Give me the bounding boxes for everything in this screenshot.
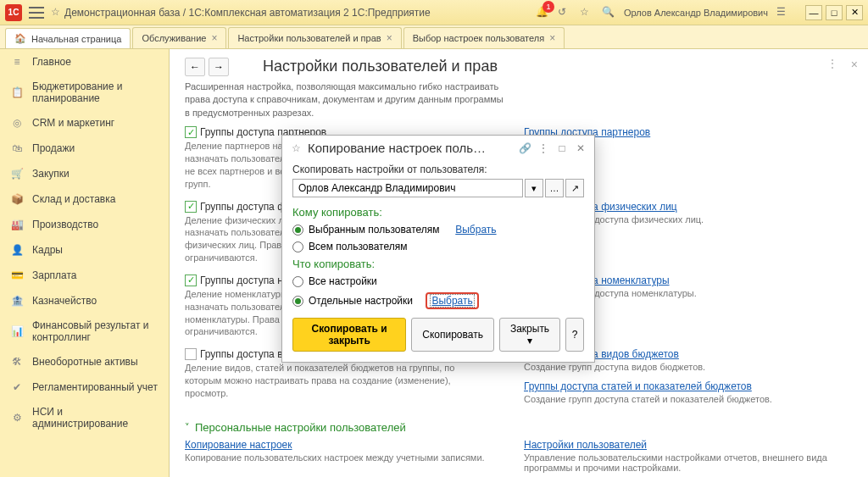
sidebar-item-crm[interactable]: ◎CRM и маркетинг [0,110,169,136]
equalizer-icon[interactable]: ☰ [776,6,790,19]
desc-text: Копирование пользовательских настроек ме… [185,452,490,463]
favorite-icon[interactable]: ☆ [580,6,593,19]
sidebar-item-budgeting[interactable]: 📋Бюджетирование и планирование [0,75,169,110]
minimize-button[interactable]: — [805,5,822,20]
tab-user-settings[interactable]: Настройки пользователей и прав× [228,27,401,48]
sidebar-item-label: Внеоборотные активы [32,356,138,368]
tab-label: Обслуживание [142,33,206,43]
sidebar-item-label: Главное [32,56,71,68]
close-dialog-button[interactable]: Закрыть ▾ [499,318,560,352]
link-user-settings[interactable]: Настройки пользователей [524,439,647,451]
close-icon[interactable]: × [387,32,392,44]
checkbox-individuals[interactable]: ✓ [185,201,197,213]
radio-label: Выбранным пользователям [309,224,440,236]
check-icon: ✔ [10,380,24,394]
sidebar-item-purchases[interactable]: 🛒Закупки [0,161,169,186]
maximize-button[interactable]: □ [826,5,843,20]
sidebar-item-label: Зарплата [32,269,77,281]
radio-all-users[interactable] [292,241,303,252]
sidebar-item-main[interactable]: ≡Главное [0,49,169,75]
chart-icon: 📊 [10,324,24,338]
group-who-title: Кому копировать: [292,206,584,219]
sidebar-item-label: Склад и доставка [32,193,115,205]
radio-specific-settings[interactable] [292,296,303,307]
sidebar-item-label: Регламентированный учет [32,381,158,393]
more-icon[interactable]: ⋮ [827,58,837,69]
sidebar-item-label: Казначейство [32,295,97,307]
search-icon[interactable]: 🔍 [602,6,615,19]
page-desc: Расширенная настройка, позволяющая макси… [185,80,507,119]
desc-text: Создание групп доступа статей и показате… [524,394,853,404]
link-icon[interactable]: 🔗 [518,141,531,155]
tab-home[interactable]: 🏠 Начальная страница [5,28,131,48]
sidebar-item-sales[interactable]: 🛍Продажи [0,136,169,161]
copy-settings-dialog: ☆ Копирование настроек поль… 🔗 ⋮ □ ✕ Ско… [281,135,595,363]
history-icon[interactable]: ↺ [558,6,571,19]
dropdown-button[interactable]: ▾ [525,179,543,197]
close-icon[interactable]: × [211,32,217,44]
person-icon: 👤 [10,243,24,257]
sidebar-item-label: Бюджетирование и планирование [32,80,159,104]
sidebar-item-assets[interactable]: 🛠Внеоборотные активы [0,349,169,374]
from-user-input[interactable] [292,179,523,197]
close-icon[interactable]: ✕ [574,141,587,155]
cart-icon: 🛒 [10,167,24,180]
checkbox-partners[interactable]: ✓ [185,126,197,138]
link-copy-settings[interactable]: Копирование настроек [185,439,292,451]
sidebar-item-accounting[interactable]: ✔Регламентированный учет [0,374,169,400]
forward-button[interactable]: → [209,58,229,76]
link-budget-articles[interactable]: Группы доступа статей и показателей бюдж… [524,380,752,392]
page-title: Настройки пользователей и прав [263,58,498,75]
menu-icon[interactable] [29,7,44,19]
checkbox-nomenclature[interactable]: ✓ [185,275,197,286]
link-select-settings[interactable]: Выбрать [430,294,474,308]
radio-label: Всем пользователям [309,241,408,252]
sidebar-item-production[interactable]: 🏭Производство [0,212,169,237]
more-icon[interactable]: ⋮ [537,141,550,155]
radio-label: Отдельные настройки [309,295,413,307]
sidebar-item-label: Закупки [32,168,70,180]
bell-icon[interactable]: 🔔 [536,6,549,19]
link-select-users[interactable]: Выбрать [455,224,496,236]
bag-icon: 🛍 [10,141,24,155]
sidebar-item-label: Производство [32,219,98,230]
radio-all-settings[interactable] [292,276,303,287]
tab-select-settings[interactable]: Выбор настроек пользователя× [403,27,565,48]
sidebar-item-salary[interactable]: 💳Зарплата [0,263,169,288]
radio-selected-users[interactable] [292,225,303,236]
tab-maintenance[interactable]: Обслуживание× [132,27,226,48]
window-title: Демонстрационная база / 1С:Комплексная а… [64,7,536,19]
star-icon[interactable]: ☆ [51,6,64,19]
sidebar-item-admin[interactable]: ⚙НСИ и администрирование [0,400,169,435]
copy-and-close-button[interactable]: Скопировать и закрыть [292,318,406,352]
bank-icon: 🏦 [10,294,24,308]
back-button[interactable]: ← [185,58,205,76]
highlight-box: Выбрать [426,292,478,309]
sidebar-item-finance[interactable]: 📊Финансовый результат и контроллинг [0,313,169,349]
user-name[interactable]: Орлов Александр Владимирович [624,8,768,18]
checkbox-budgets[interactable]: ✓ [185,348,197,360]
copy-button[interactable]: Скопировать [411,318,494,352]
open-button[interactable]: ↗ [565,179,584,197]
help-button[interactable]: ? [565,318,584,352]
menu-icon: ≡ [10,55,24,69]
sidebar: ≡Главное 📋Бюджетирование и планирование … [0,49,170,477]
sidebar-item-warehouse[interactable]: 📦Склад и доставка [0,186,169,212]
tab-label: Выбор настроек пользователя [413,33,544,43]
sidebar-item-treasury[interactable]: 🏦Казначейство [0,288,169,313]
section-label: Персональные настройки пользователей [195,421,406,434]
select-button[interactable]: … [545,179,564,197]
maximize-icon[interactable]: □ [555,141,569,155]
group-what-title: Что копировать: [292,258,584,270]
sidebar-item-label: Финансовый результат и контроллинг [32,319,159,343]
close-icon[interactable]: × [549,32,555,44]
desc-text: Создание групп доступа видов бюджетов. [524,362,853,372]
star-icon[interactable]: ☆ [289,141,303,155]
sidebar-item-hr[interactable]: 👤Кадры [0,237,169,263]
sidebar-item-label: Продажи [32,142,75,154]
section-personal-settings[interactable]: Персональные настройки пользователей [185,416,853,439]
close-button[interactable]: ✕ [846,5,863,20]
tab-label: Начальная страница [31,34,121,44]
target-icon: ◎ [10,116,24,130]
close-icon[interactable]: × [851,58,858,71]
